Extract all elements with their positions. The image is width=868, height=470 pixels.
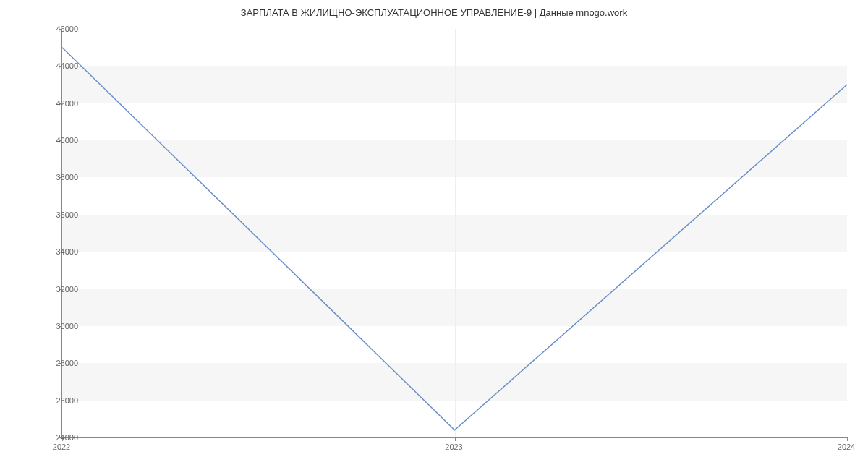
- y-tick-label: 44000: [42, 61, 78, 70]
- x-tick-label: 2022: [53, 443, 70, 451]
- x-tick-label: 2024: [838, 443, 855, 451]
- x-tick-mark: [455, 437, 456, 441]
- series-line: [62, 48, 847, 430]
- y-tick-label: 32000: [42, 285, 78, 294]
- chart-title: ЗАРПЛАТА В ЖИЛИЩНО-ЭКСПЛУАТАЦИОННОЕ УПРА…: [0, 0, 868, 25]
- y-tick-label: 30000: [42, 322, 78, 330]
- y-tick-label: 40000: [42, 136, 78, 145]
- y-tick-label: 42000: [42, 99, 78, 108]
- x-tick-mark: [847, 437, 848, 441]
- plot-area: [61, 29, 847, 438]
- y-tick-label: 46000: [42, 25, 78, 33]
- x-tick-label: 2023: [445, 443, 462, 451]
- y-tick-label: 38000: [42, 173, 78, 181]
- y-tick-label: 34000: [42, 247, 78, 256]
- y-tick-label: 28000: [42, 359, 78, 367]
- y-tick-label: 36000: [42, 210, 78, 219]
- chart-area: [61, 29, 846, 437]
- y-tick-label: 24000: [42, 433, 78, 442]
- y-tick-label: 26000: [42, 396, 78, 405]
- line-series: [62, 29, 847, 437]
